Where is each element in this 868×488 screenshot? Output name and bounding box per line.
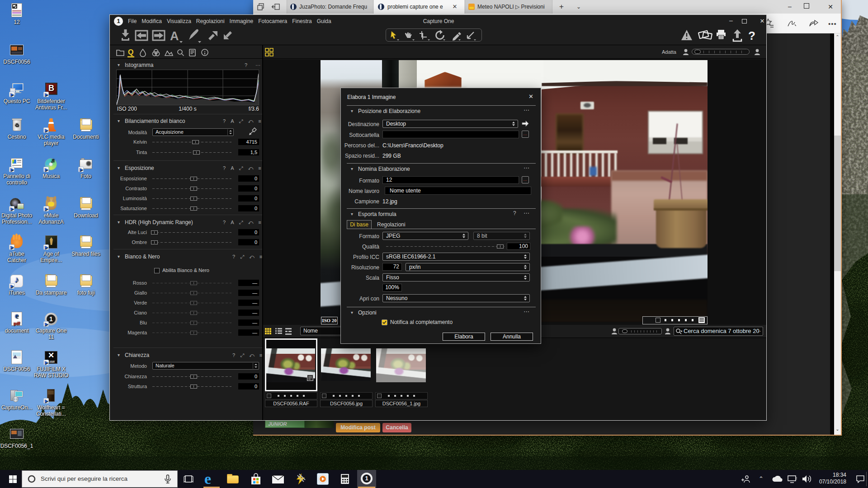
svg-text:A: A bbox=[170, 29, 179, 43]
svg-text:?: ? bbox=[748, 29, 755, 42]
svg-text:Q: Q bbox=[128, 48, 133, 56]
